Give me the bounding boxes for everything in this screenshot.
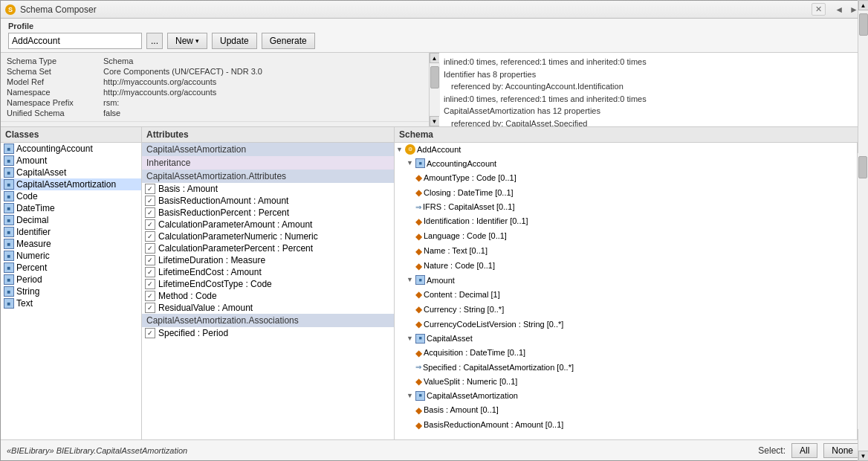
attr-checkbox-residual-value[interactable]: [145, 303, 155, 313]
class-item-code[interactable]: ■ Code: [1, 190, 141, 202]
attr-item-specified[interactable]: Specified : Period: [142, 327, 394, 339]
attr-item-calc-param-percent[interactable]: CalculationParameterPercent : Percent: [142, 242, 394, 254]
tree-amount-type[interactable]: ◆ AmountType : Code [0..1]: [395, 170, 857, 185]
tree-root[interactable]: ▼ ⚙ AddAccount: [395, 143, 857, 157]
attr-checkbox-basis-reduction-amount[interactable]: [145, 196, 155, 206]
tree-closing[interactable]: ◆ Closing : DateTime [0..1]: [395, 185, 857, 200]
tree-nature[interactable]: ◆ Nature : Code [0..1]: [395, 259, 857, 274]
attr-checkbox-basis[interactable]: [145, 184, 155, 194]
tree-amount[interactable]: ▼ ■ Amount: [395, 274, 857, 288]
attr-item-method[interactable]: Method : Code: [142, 290, 394, 302]
class-icon: ■: [415, 275, 425, 285]
attr-checkbox-lifetime-duration[interactable]: [145, 255, 155, 265]
tree-capital-asset[interactable]: ▼ ■ CapitalAsset: [395, 332, 857, 346]
attr-checkbox-specified[interactable]: [145, 328, 155, 338]
profile-ellipsis-button[interactable]: ...: [146, 33, 163, 49]
bottom-bar: «BIELibrary» BIELibrary.CapitalAssetAmor…: [1, 439, 867, 460]
right-info-scrollbar[interactable]: ▲ ▼: [858, 53, 867, 126]
tree-currency[interactable]: ◆ Currency : String [0..*]: [395, 302, 857, 317]
attr-item-calc-param-numeric[interactable]: CalculationParameterNumeric : Numeric: [142, 230, 394, 242]
class-item-identifier[interactable]: ■ Identifier: [1, 226, 141, 238]
attr-item-basis-reduction-percent[interactable]: BasisReductionPercent : Percent: [142, 207, 394, 219]
profile-input[interactable]: [8, 33, 142, 49]
nav-back-icon[interactable]: ◄: [835, 4, 843, 15]
class-icon: ■: [4, 155, 14, 166]
three-col-area: Classes ■ AccountingAccount ■ Amount ■ C…: [1, 127, 867, 439]
class-item-period[interactable]: ■ Period: [1, 274, 141, 286]
select-none-button[interactable]: None: [823, 443, 861, 458]
attr-checkbox-method[interactable]: [145, 291, 155, 301]
tree-name[interactable]: ◆ Name : Text [0..1]: [395, 244, 857, 259]
class-item-string[interactable]: ■ String: [1, 286, 141, 297]
classes-header: Classes: [1, 127, 141, 143]
class-icon: ■: [4, 144, 14, 154]
tree-identification[interactable]: ◆ Identification : Identifier [0..1]: [395, 214, 857, 229]
attr-checkbox-lifetime-endcost-type[interactable]: [145, 279, 155, 289]
info-line-4: inlined:0 times, referenced:1 times and …: [444, 93, 863, 106]
select-label: Select:: [758, 445, 786, 456]
attr-checkbox-calc-param-amount[interactable]: [145, 219, 155, 230]
class-item-capital-asset[interactable]: ■ CapitalAsset: [1, 167, 141, 178]
schema-row-type: Schema Type Schema: [7, 56, 423, 66]
update-button[interactable]: Update: [212, 33, 257, 49]
tree-currency-code-list[interactable]: ◆ CurrencyCodeListVersion : String [0..*…: [395, 317, 857, 332]
tree-capital-asset-amortization[interactable]: ▼ ■ CapitalAssetAmortization: [395, 389, 857, 403]
classes-panel: Classes ■ AccountingAccount ■ Amount ■ C…: [1, 127, 142, 439]
class-item-accounting-account[interactable]: ■ AccountingAccount: [1, 143, 141, 155]
tree-basis-reduction-amount[interactable]: ◆ BasisReductionAmount : Amount [0..1]: [395, 418, 857, 433]
class-icon: ■: [4, 274, 14, 285]
class-item-amount[interactable]: ■ Amount: [1, 155, 141, 167]
class-item-measure[interactable]: ■ Measure: [1, 238, 141, 250]
info-line-3: referenced by: AccountingAccount.Identif…: [444, 80, 863, 93]
schema-row-set: Schema Set Core Components (UN/CEFACT) -…: [7, 66, 423, 77]
schema-top-area: Schema Type Schema Schema Set Core Compo…: [1, 53, 867, 127]
class-icon: ■: [4, 191, 14, 202]
attr-item-lifetime-endcost[interactable]: LifetimeEndCost : Amount: [142, 266, 394, 278]
attr-section-inheritance: Inheritance: [142, 156, 394, 170]
tree-valuesplit[interactable]: ◆ ValueSplit : Numeric [0..1]: [395, 374, 857, 389]
new-button[interactable]: New: [167, 33, 207, 49]
tree-accounting-account[interactable]: ▼ ■ AccountingAccount: [395, 157, 857, 171]
attr-item-lifetime-endcost-type[interactable]: LifetimeEndCostType : Code: [142, 278, 394, 290]
tree-specified-cap[interactable]: ⇒ Specified : CapitalAssetAmortization […: [395, 361, 857, 375]
class-item-capital-asset-amortization[interactable]: ■ CapitalAssetAmortization: [1, 178, 141, 190]
close-button[interactable]: ✕: [812, 3, 826, 16]
schema-row-nsprefix: Namespace Prefix rsm:: [7, 97, 423, 108]
app-icon: S: [5, 4, 16, 15]
scrollbar-down-btn[interactable]: ▼: [430, 116, 440, 126]
class-icon: ■: [4, 262, 14, 273]
schema-info-scrollbar[interactable]: ▲ ▼: [429, 53, 439, 126]
attr-item-calc-param-amount[interactable]: CalculationParameterAmount : Amount: [142, 219, 394, 230]
class-item-percent[interactable]: ■ Percent: [1, 262, 141, 274]
class-item-datetime[interactable]: ■ DateTime: [1, 202, 141, 214]
schema-tree-scrollbar[interactable]: ▲ ▼: [857, 143, 867, 439]
attr-checkbox-lifetime-endcost[interactable]: [145, 267, 155, 277]
schema-info-panel: Schema Type Schema Schema Set Core Compo…: [1, 53, 429, 126]
attr-item-residual-value[interactable]: ResidualValue : Amount: [142, 302, 394, 314]
title-bar: S Schema Composer ✕ ◄ ►: [1, 1, 867, 19]
schema-tree: ▼ ⚙ AddAccount ▼ ■ AccountingAccount ◆ A…: [395, 143, 857, 439]
select-all-button[interactable]: All: [791, 443, 817, 458]
attr-item-basis-reduction-amount[interactable]: BasisReductionAmount : Amount: [142, 195, 394, 207]
class-item-numeric[interactable]: ■ Numeric: [1, 250, 141, 262]
class-icon: ■: [4, 215, 14, 225]
scrollbar-up-btn[interactable]: ▲: [430, 53, 440, 63]
class-item-text[interactable]: ■ Text: [1, 297, 141, 309]
tree-acquisition[interactable]: ◆ Acquisition : DateTime [0..1]: [395, 346, 857, 361]
attr-item-lifetime-duration[interactable]: LifetimeDuration : Measure: [142, 254, 394, 266]
schema-panel: Schema ▼ ⚙ AddAccount ▼ ■ AccountingAcco…: [395, 127, 867, 439]
attributes-header: Attributes: [142, 127, 394, 143]
class-icon: ■: [4, 298, 14, 309]
info-line-2: Identifier has 8 properties: [444, 68, 863, 81]
attr-checkbox-basis-reduction-percent[interactable]: [145, 207, 155, 218]
attr-item-basis[interactable]: Basis : Amount: [142, 183, 394, 195]
attr-checkbox-calc-param-numeric[interactable]: [145, 231, 155, 242]
schema-scrollbar-thumb: [858, 156, 867, 178]
generate-button[interactable]: Generate: [262, 33, 315, 49]
tree-ifrs[interactable]: ⇒ IFRS : CapitalAsset [0..1]: [395, 200, 857, 214]
tree-basis[interactable]: ◆ Basis : Amount [0..1]: [395, 403, 857, 418]
tree-language[interactable]: ◆ Language : Code [0..1]: [395, 229, 857, 244]
class-item-decimal[interactable]: ■ Decimal: [1, 214, 141, 226]
attr-checkbox-calc-param-percent[interactable]: [145, 243, 155, 254]
tree-content[interactable]: ◆ Content : Decimal [1]: [395, 287, 857, 302]
